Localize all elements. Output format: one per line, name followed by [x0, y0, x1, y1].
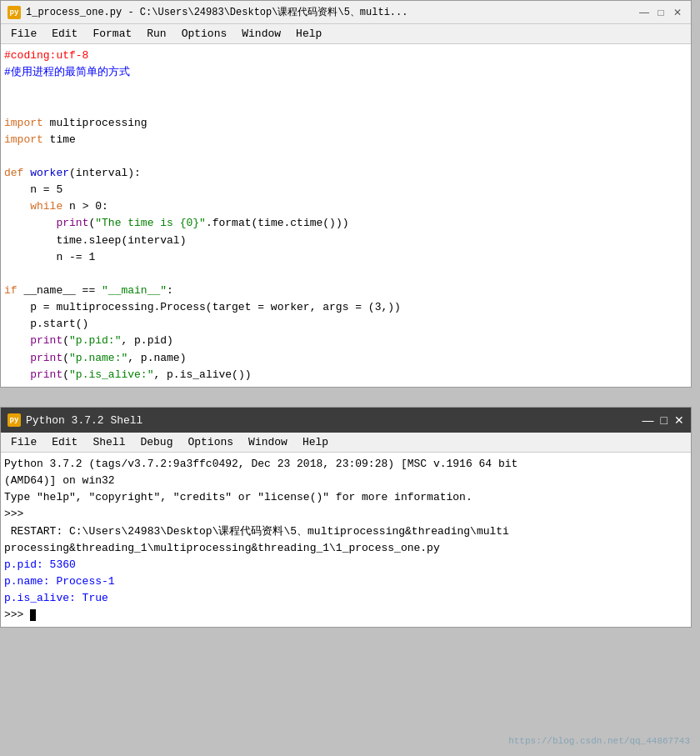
- shell-menu-debug[interactable]: Debug: [133, 434, 179, 450]
- code-line-4: [4, 98, 691, 114]
- cursor: [30, 609, 36, 621]
- watermark: https://blog.csdn.net/qq_44867743: [508, 736, 690, 746]
- shell-line-10: >>>: [4, 607, 688, 623]
- shell-window-controls: — □ ✕: [642, 413, 684, 427]
- editor-title-text: 1_process_one.py - C:\Users\24983\Deskto…: [26, 5, 408, 19]
- shell-line-6: processing&threading_1\multiprocessing&t…: [4, 540, 688, 557]
- shell-line-7: p.pid: 5360: [4, 557, 688, 573]
- shell-title-text: Python 3.7.2 Shell: [26, 414, 142, 427]
- shell-menu-options[interactable]: Options: [181, 434, 240, 450]
- editor-menu-options[interactable]: Options: [175, 26, 234, 42]
- shell-title-left: py Python 3.7.2 Shell: [8, 413, 142, 427]
- code-line-20: print("p.is_alive:", p.is_alive()): [4, 367, 691, 383]
- code-line-7: [4, 148, 691, 165]
- editor-close-button[interactable]: ✕: [671, 6, 684, 19]
- code-line-15: if __name__ == "__main__":: [4, 283, 691, 299]
- code-line-18: print("p.pid:", p.pid): [4, 333, 691, 349]
- code-line-13: n -= 1: [4, 249, 691, 266]
- editor-code-area[interactable]: #coding:utf-8 #使用进程的最简单的方式 import multip…: [1, 44, 691, 387]
- code-line-17: p.start(): [4, 316, 691, 333]
- editor-icon: py: [8, 6, 21, 19]
- shell-line-3: Type "help", "copyright", "credits" or "…: [4, 489, 688, 506]
- code-line-10: while n > 0:: [4, 198, 691, 215]
- code-line-14: [4, 266, 691, 283]
- editor-title-bar: py 1_process_one.py - C:\Users\24983\Des…: [1, 1, 691, 24]
- shell-window: py Python 3.7.2 Shell — □ ✕ File Edit Sh…: [0, 407, 692, 628]
- editor-menu-help[interactable]: Help: [289, 26, 328, 42]
- code-line-11: print("The time is {0}".format(time.ctim…: [4, 215, 691, 232]
- shell-menu-file[interactable]: File: [4, 434, 43, 450]
- editor-menu-bar: File Edit Format Run Options Window Help: [1, 24, 691, 44]
- shell-title-bar: py Python 3.7.2 Shell — □ ✕: [1, 408, 691, 433]
- shell-menu-help[interactable]: Help: [296, 434, 335, 450]
- code-line-3: [4, 81, 691, 98]
- shell-line-1: Python 3.7.2 (tags/v3.7.2:9a3ffc0492, De…: [4, 456, 688, 473]
- shell-minimize-button[interactable]: —: [642, 413, 654, 427]
- shell-line-4: >>>: [4, 506, 688, 523]
- shell-menu-edit[interactable]: Edit: [45, 434, 84, 450]
- editor-menu-window[interactable]: Window: [235, 26, 288, 42]
- shell-line-9: p.is_alive: True: [4, 590, 688, 607]
- editor-menu-edit[interactable]: Edit: [45, 26, 84, 42]
- editor-maximize-button[interactable]: □: [654, 6, 668, 19]
- shell-menu-window[interactable]: Window: [242, 434, 294, 450]
- shell-menu-shell[interactable]: Shell: [86, 434, 132, 450]
- editor-menu-file[interactable]: File: [4, 26, 43, 42]
- code-line-6: import time: [4, 132, 691, 148]
- code-line-12: time.sleep(interval): [4, 233, 691, 249]
- code-line-2: #使用进程的最简单的方式: [4, 64, 691, 81]
- code-line-1: #coding:utf-8: [4, 48, 691, 64]
- editor-menu-format[interactable]: Format: [86, 26, 138, 42]
- editor-minimize-button[interactable]: —: [638, 6, 651, 19]
- shell-line-5: RESTART: C:\Users\24983\Desktop\课程代码资料\5…: [4, 523, 688, 540]
- code-line-9: n = 5: [4, 182, 691, 198]
- code-line-8: def worker(interval):: [4, 165, 691, 182]
- shell-line-2: (AMD64)] on win32: [4, 473, 688, 489]
- code-line-5: import multiprocessing: [4, 115, 691, 132]
- editor-window: py 1_process_one.py - C:\Users\24983\Des…: [0, 0, 692, 388]
- code-line-19: print("p.name:", p.name): [4, 350, 691, 367]
- code-line-16: p = multiprocessing.Process(target = wor…: [4, 299, 691, 316]
- shell-close-button[interactable]: ✕: [674, 413, 684, 427]
- shell-maximize-button[interactable]: □: [661, 413, 668, 427]
- shell-icon: py: [8, 413, 21, 427]
- editor-window-controls: — □ ✕: [638, 6, 684, 19]
- shell-menu-bar: File Edit Shell Debug Options Window Hel…: [1, 433, 691, 453]
- shell-line-8: p.name: Process-1: [4, 573, 688, 590]
- editor-menu-run[interactable]: Run: [140, 26, 172, 42]
- shell-output[interactable]: Python 3.7.2 (tags/v3.7.2:9a3ffc0492, De…: [1, 453, 691, 627]
- editor-title-left: py 1_process_one.py - C:\Users\24983\Des…: [8, 5, 408, 19]
